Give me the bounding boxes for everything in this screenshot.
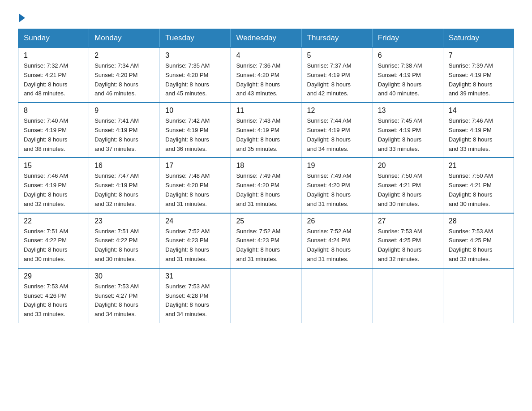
day-number: 11: [236, 107, 296, 115]
day-info: Sunrise: 7:50 AM Sunset: 4:21 PM Dayligh…: [449, 172, 493, 207]
day-info: Sunrise: 7:49 AM Sunset: 4:20 PM Dayligh…: [236, 172, 280, 207]
day-number: 26: [307, 217, 367, 225]
calendar-week-row: 8 Sunrise: 7:40 AM Sunset: 4:19 PM Dayli…: [18, 103, 514, 158]
day-info: Sunrise: 7:53 AM Sunset: 4:26 PM Dayligh…: [24, 283, 68, 317]
calendar-table: SundayMondayTuesdayWednesdayThursdayFrid…: [18, 29, 514, 323]
day-info: Sunrise: 7:48 AM Sunset: 4:20 PM Dayligh…: [165, 172, 210, 207]
day-number: 23: [94, 217, 154, 225]
day-info: Sunrise: 7:50 AM Sunset: 4:21 PM Dayligh…: [378, 172, 422, 207]
day-number: 22: [24, 217, 83, 225]
day-number: 16: [94, 162, 154, 170]
day-info: Sunrise: 7:53 AM Sunset: 4:27 PM Dayligh…: [94, 283, 139, 317]
calendar-cell: 17 Sunrise: 7:48 AM Sunset: 4:20 PM Dayl…: [160, 158, 231, 213]
day-info: Sunrise: 7:34 AM Sunset: 4:20 PM Dayligh…: [94, 62, 139, 97]
calendar-cell: 5 Sunrise: 7:37 AM Sunset: 4:19 PM Dayli…: [301, 47, 372, 103]
day-info: Sunrise: 7:35 AM Sunset: 4:20 PM Dayligh…: [165, 62, 210, 97]
day-number: 17: [165, 162, 225, 170]
calendar-cell: 19 Sunrise: 7:49 AM Sunset: 4:20 PM Dayl…: [301, 158, 372, 213]
calendar-cell: 16 Sunrise: 7:47 AM Sunset: 4:19 PM Dayl…: [89, 158, 160, 213]
day-number: 24: [165, 217, 225, 225]
weekday-header-row: SundayMondayTuesdayWednesdayThursdayFrid…: [18, 29, 514, 48]
weekday-header-friday: Friday: [372, 29, 443, 48]
calendar-cell: 14 Sunrise: 7:46 AM Sunset: 4:19 PM Dayl…: [443, 103, 514, 158]
day-info: Sunrise: 7:49 AM Sunset: 4:20 PM Dayligh…: [307, 172, 352, 207]
day-info: Sunrise: 7:37 AM Sunset: 4:19 PM Dayligh…: [307, 62, 352, 97]
day-info: Sunrise: 7:44 AM Sunset: 4:19 PM Dayligh…: [307, 117, 352, 152]
day-number: 27: [378, 217, 438, 225]
day-info: Sunrise: 7:46 AM Sunset: 4:19 PM Dayligh…: [449, 117, 493, 152]
weekday-header-sunday: Sunday: [18, 29, 89, 48]
calendar-cell: 2 Sunrise: 7:34 AM Sunset: 4:20 PM Dayli…: [89, 47, 160, 103]
day-info: Sunrise: 7:41 AM Sunset: 4:19 PM Dayligh…: [94, 117, 139, 152]
calendar-cell: [443, 268, 514, 323]
day-info: Sunrise: 7:46 AM Sunset: 4:19 PM Dayligh…: [24, 172, 68, 207]
day-number: 1: [24, 51, 83, 60]
calendar-cell: [231, 268, 301, 323]
day-info: Sunrise: 7:45 AM Sunset: 4:19 PM Dayligh…: [378, 117, 422, 152]
calendar-cell: 4 Sunrise: 7:36 AM Sunset: 4:20 PM Dayli…: [231, 47, 301, 103]
day-info: Sunrise: 7:53 AM Sunset: 4:25 PM Dayligh…: [449, 228, 493, 262]
day-info: Sunrise: 7:52 AM Sunset: 4:23 PM Dayligh…: [165, 228, 210, 262]
weekday-header-saturday: Saturday: [443, 29, 514, 48]
day-info: Sunrise: 7:52 AM Sunset: 4:24 PM Dayligh…: [307, 228, 352, 262]
calendar-cell: [301, 268, 372, 323]
day-number: 12: [307, 107, 367, 115]
calendar-cell: 13 Sunrise: 7:45 AM Sunset: 4:19 PM Dayl…: [372, 103, 443, 158]
day-number: 8: [24, 107, 83, 115]
calendar-cell: 26 Sunrise: 7:52 AM Sunset: 4:24 PM Dayl…: [301, 213, 372, 268]
day-info: Sunrise: 7:52 AM Sunset: 4:23 PM Dayligh…: [236, 228, 280, 262]
day-number: 21: [449, 162, 508, 170]
day-info: Sunrise: 7:42 AM Sunset: 4:19 PM Dayligh…: [165, 117, 210, 152]
page-header: [18, 13, 514, 20]
calendar-cell: 11 Sunrise: 7:43 AM Sunset: 4:19 PM Dayl…: [231, 103, 301, 158]
day-number: 28: [449, 217, 508, 225]
calendar-cell: 7 Sunrise: 7:39 AM Sunset: 4:19 PM Dayli…: [443, 47, 514, 103]
calendar-cell: 31 Sunrise: 7:53 AM Sunset: 4:28 PM Dayl…: [160, 268, 231, 323]
calendar-cell: 1 Sunrise: 7:32 AM Sunset: 4:21 PM Dayli…: [18, 47, 89, 103]
logo-arrow-icon: [19, 13, 25, 22]
day-number: 2: [94, 51, 154, 60]
day-info: Sunrise: 7:51 AM Sunset: 4:22 PM Dayligh…: [94, 228, 139, 262]
day-number: 5: [307, 51, 367, 60]
day-number: 3: [165, 51, 225, 60]
calendar-cell: 25 Sunrise: 7:52 AM Sunset: 4:23 PM Dayl…: [231, 213, 301, 268]
calendar-week-row: 22 Sunrise: 7:51 AM Sunset: 4:22 PM Dayl…: [18, 213, 514, 268]
calendar-cell: 12 Sunrise: 7:44 AM Sunset: 4:19 PM Dayl…: [301, 103, 372, 158]
calendar-cell: 30 Sunrise: 7:53 AM Sunset: 4:27 PM Dayl…: [89, 268, 160, 323]
day-info: Sunrise: 7:32 AM Sunset: 4:21 PM Dayligh…: [24, 62, 68, 97]
day-number: 7: [449, 51, 508, 60]
day-number: 18: [236, 162, 296, 170]
calendar-cell: 28 Sunrise: 7:53 AM Sunset: 4:25 PM Dayl…: [443, 213, 514, 268]
calendar-cell: 27 Sunrise: 7:53 AM Sunset: 4:25 PM Dayl…: [372, 213, 443, 268]
day-number: 10: [165, 107, 225, 115]
calendar-cell: 3 Sunrise: 7:35 AM Sunset: 4:20 PM Dayli…: [160, 47, 231, 103]
calendar-cell: 9 Sunrise: 7:41 AM Sunset: 4:19 PM Dayli…: [89, 103, 160, 158]
calendar-week-row: 1 Sunrise: 7:32 AM Sunset: 4:21 PM Dayli…: [18, 47, 514, 103]
day-number: 25: [236, 217, 296, 225]
day-info: Sunrise: 7:40 AM Sunset: 4:19 PM Dayligh…: [24, 117, 68, 152]
calendar-week-row: 29 Sunrise: 7:53 AM Sunset: 4:26 PM Dayl…: [18, 268, 514, 323]
day-number: 14: [449, 107, 508, 115]
calendar-cell: 21 Sunrise: 7:50 AM Sunset: 4:21 PM Dayl…: [443, 158, 514, 213]
calendar-cell: 22 Sunrise: 7:51 AM Sunset: 4:22 PM Dayl…: [18, 213, 89, 268]
calendar-cell: 18 Sunrise: 7:49 AM Sunset: 4:20 PM Dayl…: [231, 158, 301, 213]
day-number: 31: [165, 272, 225, 280]
day-number: 9: [94, 107, 154, 115]
calendar-cell: [372, 268, 443, 323]
calendar-cell: 15 Sunrise: 7:46 AM Sunset: 4:19 PM Dayl…: [18, 158, 89, 213]
day-number: 6: [378, 51, 438, 60]
day-info: Sunrise: 7:43 AM Sunset: 4:19 PM Dayligh…: [236, 117, 280, 152]
day-info: Sunrise: 7:53 AM Sunset: 4:28 PM Dayligh…: [165, 283, 210, 317]
day-info: Sunrise: 7:53 AM Sunset: 4:25 PM Dayligh…: [378, 228, 422, 262]
day-number: 15: [24, 162, 83, 170]
logo: [18, 13, 26, 20]
weekday-header-thursday: Thursday: [301, 29, 372, 48]
calendar-cell: 10 Sunrise: 7:42 AM Sunset: 4:19 PM Dayl…: [160, 103, 231, 158]
weekday-header-monday: Monday: [89, 29, 160, 48]
calendar-cell: 8 Sunrise: 7:40 AM Sunset: 4:19 PM Dayli…: [18, 103, 89, 158]
day-info: Sunrise: 7:51 AM Sunset: 4:22 PM Dayligh…: [24, 228, 68, 262]
day-info: Sunrise: 7:38 AM Sunset: 4:19 PM Dayligh…: [378, 62, 422, 97]
day-info: Sunrise: 7:47 AM Sunset: 4:19 PM Dayligh…: [94, 172, 139, 207]
calendar-cell: 29 Sunrise: 7:53 AM Sunset: 4:26 PM Dayl…: [18, 268, 89, 323]
day-info: Sunrise: 7:36 AM Sunset: 4:20 PM Dayligh…: [236, 62, 280, 97]
